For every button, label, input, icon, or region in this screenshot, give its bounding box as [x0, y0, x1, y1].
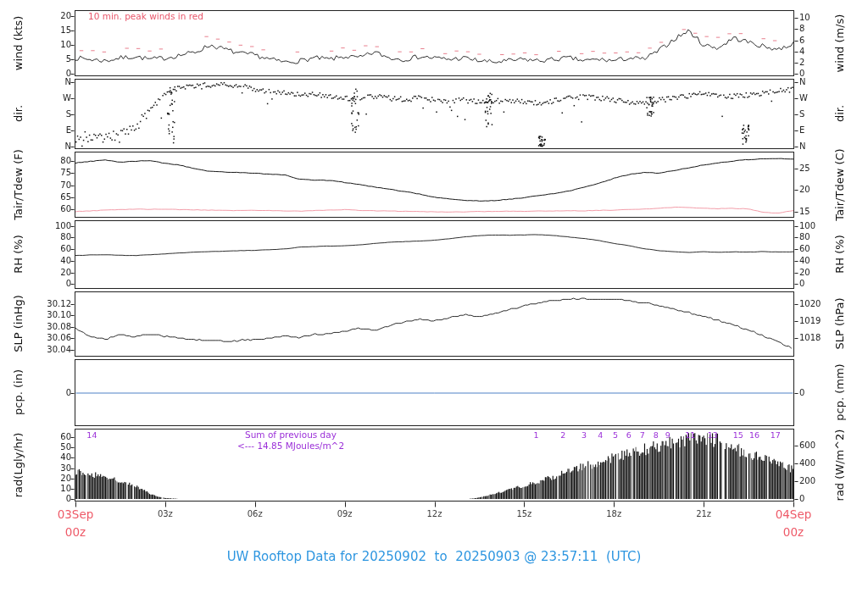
rad-hour-mark: 17: [767, 430, 784, 441]
rad-sum-note-line1: Sum of previous day: [202, 430, 380, 440]
rh-ytick-right: 60: [799, 244, 838, 254]
rad-ytick-left: 20: [32, 474, 71, 484]
pcp-ytick-left: 0: [32, 388, 71, 398]
rad-ytick-right: 600: [799, 441, 838, 451]
rh-ytick-left: 80: [32, 232, 71, 242]
rh-ytick-left: 60: [32, 244, 71, 254]
rad-hour-mark: 13: [704, 430, 721, 441]
temp-ytick-left: 60: [32, 204, 71, 214]
rad-ytick-left: 0: [32, 494, 71, 504]
rh-ytick-left: 40: [32, 256, 71, 266]
temp-ytick-left: 70: [32, 180, 71, 191]
dir-ytick-left: E: [32, 125, 71, 136]
rh-ytick-left: 20: [32, 268, 71, 278]
rad-hour-mark: 9: [659, 430, 676, 441]
x-tick-label: 09z: [328, 509, 362, 519]
rad-hour-mark: 11: [682, 430, 698, 441]
axis-title-dir-left: dir.: [12, 105, 25, 122]
wind-ytick-right: 2: [799, 58, 838, 68]
temp-ytick-right: 25: [799, 163, 838, 174]
rh-ytick-right: 40: [799, 256, 838, 266]
rad-ytick-left: 30: [32, 463, 71, 474]
axis-title-slp-left: SLP (inHg): [12, 295, 25, 352]
temp-ytick-left: 75: [32, 168, 71, 178]
dir-ytick-left: N: [32, 77, 71, 87]
dir-ytick-left: W: [32, 93, 71, 103]
wind-ytick-right: 6: [799, 36, 838, 46]
temp-ytick-right: 15: [799, 207, 838, 217]
x-start-time: 00z: [40, 525, 111, 539]
slp-ytick-left: 30.08: [32, 322, 71, 332]
panel-pressure: [75, 291, 794, 357]
x-end-time: 00z: [758, 525, 829, 539]
page-title: UW Rooftop Data for 20250902 to 20250903…: [0, 549, 868, 564]
temp-ytick-right: 20: [799, 185, 838, 195]
panel-direction: [75, 79, 794, 149]
wind-ytick-right: 4: [799, 47, 838, 57]
meteogram-page: wind (kts) dir. Tair/Tdew (F) RH (%) SLP…: [0, 0, 868, 593]
x-tick-label: 18z: [597, 509, 631, 519]
rad-sum-note-line2: <--- 14.85 MJoules/m^2: [202, 441, 380, 451]
rad-hour-mark: 14: [83, 430, 100, 441]
rad-ytick-left: 50: [32, 442, 71, 452]
temp-ytick-left: 65: [32, 192, 71, 202]
wind-ytick-left: 5: [32, 54, 71, 64]
slp-ytick-right: 1020: [799, 299, 838, 309]
rad-hour-mark: 2: [554, 430, 571, 441]
rad-ytick-right: 200: [799, 476, 838, 486]
wind-ytick-right: 10: [799, 13, 838, 23]
axis-title-pcp-left: pcp. (in): [12, 369, 25, 415]
slp-ytick-left: 30.06: [32, 333, 71, 343]
rh-ytick-right: 20: [799, 268, 838, 278]
dir-ytick-left: N: [32, 141, 71, 152]
rad-ytick-left: 40: [32, 452, 71, 463]
panel-humidity: [75, 220, 794, 289]
slp-ytick-right: 1018: [799, 333, 838, 343]
dir-ytick-right: N: [799, 77, 838, 87]
rad-ytick-left: 10: [32, 484, 71, 494]
rad-ytick-left: 60: [32, 432, 71, 442]
rad-hour-mark: 15: [730, 430, 747, 441]
rh-ytick-left: 0: [32, 279, 71, 289]
slp-ytick-left: 30.12: [32, 299, 71, 309]
x-start-date: 03Sep: [40, 507, 111, 521]
rad-hour-mark: 16: [746, 430, 763, 441]
slp-ytick-right: 1019: [799, 316, 838, 326]
dir-ytick-right: N: [799, 141, 838, 152]
panel-precip: [75, 359, 794, 426]
pcp-ytick-right: 0: [799, 388, 838, 398]
rad-hour-mark: 1: [527, 430, 544, 441]
x-tick-label: 21z: [687, 509, 721, 519]
slp-ytick-left: 30.04: [32, 345, 71, 355]
axis-title-rad-left: rad(Lgly/hr): [12, 433, 25, 497]
dir-ytick-right: W: [799, 93, 838, 103]
dir-ytick-right: S: [799, 109, 838, 119]
x-tick-label: 15z: [507, 509, 541, 519]
temp-ytick-left: 80: [32, 156, 71, 166]
peak-wind-note: 10 min. peak winds in red: [88, 11, 203, 21]
panel-temperature: [75, 152, 794, 218]
axis-title-temp-left: Tair/Tdew (F): [12, 149, 25, 220]
x-tick-label: 12z: [418, 509, 452, 519]
rh-ytick-right: 100: [799, 221, 838, 231]
rad-hour-mark: 3: [576, 430, 593, 441]
slp-ytick-left: 30.10: [32, 310, 71, 320]
wind-ytick-left: 20: [32, 11, 71, 21]
x-tick-label: 03z: [148, 509, 182, 519]
rh-ytick-left: 100: [32, 221, 71, 231]
rh-ytick-right: 80: [799, 232, 838, 242]
axis-title-wind-left: wind (kts): [12, 16, 25, 70]
axis-title-rh-left: RH (%): [12, 235, 25, 273]
wind-ytick-right: 8: [799, 24, 838, 34]
rad-ytick-right: 0: [799, 494, 838, 504]
dir-ytick-right: E: [799, 125, 838, 136]
dir-ytick-left: S: [32, 109, 71, 119]
x-tick-label: 06z: [238, 509, 272, 519]
rh-ytick-right: 0: [799, 279, 838, 289]
rad-ytick-right: 400: [799, 458, 838, 468]
wind-ytick-left: 15: [32, 25, 71, 36]
x-end-date: 04Sep: [758, 507, 829, 521]
wind-ytick-left: 10: [32, 40, 71, 50]
